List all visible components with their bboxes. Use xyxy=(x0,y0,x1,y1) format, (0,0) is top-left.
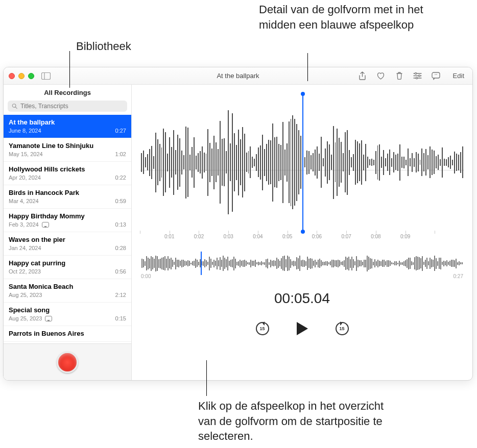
search-field[interactable] xyxy=(8,101,127,112)
list-item[interactable]: At the ballparkJune 8, 20240:27 xyxy=(4,115,131,138)
transcript-badge-icon xyxy=(42,222,49,228)
waveform-detail[interactable]: 0:010:020:030:040:050:060:070:080:09 xyxy=(140,98,464,242)
recording-title: Special song xyxy=(9,306,126,314)
recording-title: Hollywood Hills crickets xyxy=(9,165,126,173)
recording-title: Santa Monica Beach xyxy=(9,283,126,290)
recording-meta: Oct 22, 20230:56 xyxy=(9,268,126,275)
recording-title: Waves on the pier xyxy=(9,236,126,243)
recording-meta: Mar 4, 20240:59 xyxy=(9,198,126,204)
recording-meta: Feb 3, 20240:13 xyxy=(9,221,126,228)
library-sidebar: All Recordings At the ballparkJune 8, 20… xyxy=(4,85,132,380)
detail-pane: 0:010:020:030:040:050:060:070:080:09 0:0… xyxy=(132,85,472,380)
titlebar: At the ballpark “” Edit xyxy=(4,67,472,85)
recording-date: Oct 22, 2023 xyxy=(9,268,41,275)
recording-duration: 0:13 xyxy=(115,221,126,228)
recording-date: Aug 25, 2023 xyxy=(9,315,42,321)
timecode: 00:05.04 xyxy=(138,290,466,307)
sidebar-footer xyxy=(4,343,131,380)
list-item[interactable]: Parrots in Buenos Aires xyxy=(4,326,131,342)
skip-back-button[interactable]: 15 xyxy=(255,321,270,336)
time-ruler: 0:010:020:030:040:050:060:070:080:09 xyxy=(140,231,464,242)
svg-line-11 xyxy=(15,107,17,109)
search-icon xyxy=(12,103,17,109)
recording-duration: 2:12 xyxy=(115,292,126,298)
recording-duration: 1:02 xyxy=(115,151,126,157)
overview-bars xyxy=(141,254,463,272)
overview-range: 0:00 0:27 xyxy=(141,273,463,279)
sidebar-header: All Recordings xyxy=(4,85,131,99)
recording-date: Aug 25, 2023 xyxy=(9,292,42,298)
recording-duration: 0:56 xyxy=(115,268,126,275)
annotation-line xyxy=(307,53,308,81)
window-title: At the ballpark xyxy=(4,72,472,80)
recording-duration: 0:27 xyxy=(115,128,126,134)
recording-duration: 0:59 xyxy=(115,198,126,204)
ruler-tick xyxy=(435,231,464,242)
play-button[interactable] xyxy=(295,321,310,336)
list-item[interactable]: Happy cat purringOct 22, 20230:56 xyxy=(4,256,131,279)
waveform-overview[interactable] xyxy=(141,254,463,272)
list-item[interactable]: Yamanote Line to ShinjukuMay 15, 20241:0… xyxy=(4,138,131,162)
detail-playhead[interactable] xyxy=(302,94,303,232)
annotation-waveform-detail: Detail van de golfvorm met in het midden… xyxy=(259,2,427,32)
recording-meta: June 8, 20240:27 xyxy=(9,128,126,134)
skip-forward-button[interactable]: 15 xyxy=(335,321,350,336)
recording-title: Happy Birthday Mommy xyxy=(9,212,126,220)
overview-playhead[interactable] xyxy=(201,252,202,275)
record-button[interactable] xyxy=(57,352,78,373)
annotation-library: Bibliotheek xyxy=(76,39,131,54)
recording-duration: 0:15 xyxy=(115,315,126,321)
recording-title: Parrots in Buenos Aires xyxy=(9,330,126,337)
list-item[interactable]: Waves on the pierJan 24, 20240:28 xyxy=(4,232,131,256)
recording-meta: Jan 24, 20240:28 xyxy=(9,245,126,251)
ruler-tick: 0:09 xyxy=(406,231,435,242)
transcript-badge-icon xyxy=(45,316,52,321)
recording-title: Yamanote Line to Shinjuku xyxy=(9,142,126,150)
recording-date: May 15, 2024 xyxy=(9,151,43,157)
skip-back-amount: 15 xyxy=(259,326,265,331)
recording-date: Apr 20, 2024 xyxy=(9,175,41,181)
transport-controls: 15 15 xyxy=(138,321,466,336)
recording-meta: Apr 20, 20240:22 xyxy=(9,175,126,181)
recording-title: At the ballpark xyxy=(9,118,126,126)
recording-duration: 0:28 xyxy=(115,245,126,251)
annotation-line xyxy=(206,360,207,396)
recording-date: Jan 24, 2024 xyxy=(9,245,41,251)
overview-start-time: 0:00 xyxy=(141,273,151,279)
app-window: At the ballpark “” Edit All Recordings xyxy=(3,67,473,381)
recording-meta: Aug 25, 20230:15 xyxy=(9,315,126,321)
svg-point-10 xyxy=(12,104,16,108)
list-item[interactable]: Happy Birthday MommyFeb 3, 20240:13 xyxy=(4,209,131,232)
recording-list[interactable]: At the ballparkJune 8, 20240:27Yamanote … xyxy=(4,115,131,343)
recording-meta: May 15, 20241:02 xyxy=(9,151,126,157)
overview-end-time: 0:27 xyxy=(454,273,463,279)
play-icon xyxy=(297,322,308,335)
list-item[interactable]: Hollywood Hills cricketsApr 20, 20240:22 xyxy=(4,162,131,185)
list-item[interactable]: Special songAug 25, 20230:15 xyxy=(4,303,131,326)
recording-date: June 8, 2024 xyxy=(9,128,41,134)
recording-meta: Aug 25, 20232:12 xyxy=(9,292,126,298)
recording-date: Feb 3, 2024 xyxy=(9,221,39,228)
search-input[interactable] xyxy=(20,103,123,110)
skip-forward-amount: 15 xyxy=(339,326,344,331)
window-body: All Recordings At the ballparkJune 8, 20… xyxy=(4,85,472,380)
recording-title: Birds in Hancock Park xyxy=(9,189,126,196)
recording-duration: 0:22 xyxy=(115,175,126,181)
annotation-overview: Klik op de afspeelkop in het overzicht v… xyxy=(198,399,387,444)
list-item[interactable]: Birds in Hancock ParkMar 4, 20240:59 xyxy=(4,185,131,209)
recording-date: Mar 4, 2024 xyxy=(9,198,39,204)
list-item[interactable]: Santa Monica BeachAug 25, 20232:12 xyxy=(4,279,131,303)
annotation-line xyxy=(69,51,70,88)
recording-title: Happy cat purring xyxy=(9,259,126,267)
